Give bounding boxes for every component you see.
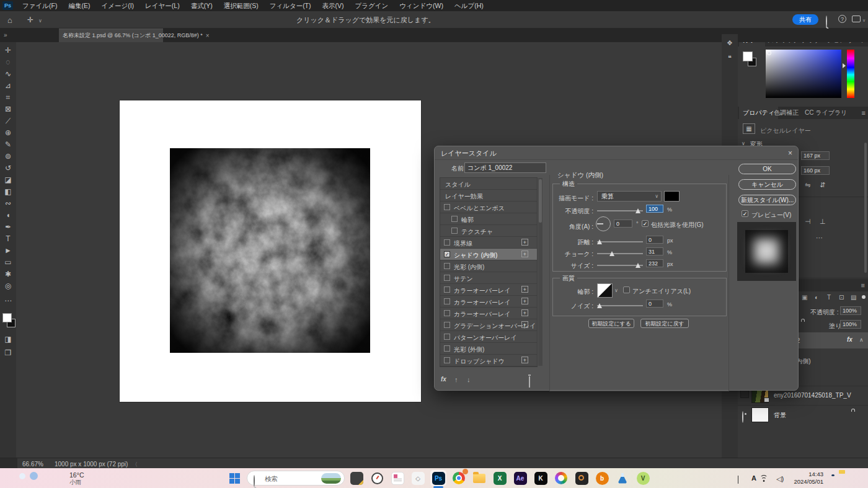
start-button[interactable] (226, 470, 242, 486)
properties-scrollbar[interactable] (864, 143, 867, 273)
history-brush-tool[interactable]: ↺ (0, 162, 16, 174)
quick-mask-icon[interactable]: ◨ (0, 334, 16, 345)
tray-expand-icon[interactable] (738, 476, 738, 484)
style-item-bevel-emboss[interactable]: ベベルとエンボス (440, 202, 537, 213)
layers-panel-menu-icon[interactable]: ≡ (861, 282, 865, 289)
marquee-tool[interactable]: ◌ (0, 56, 16, 68)
tray-time[interactable]: 14:43 (787, 471, 823, 477)
style-item-gradient-overlay[interactable]: グラデーションオーバーレイ+ (440, 319, 537, 331)
adjustment-filter-icon[interactable]: ◐ (815, 294, 818, 301)
menu-filter[interactable]: フィルター(T) (264, 0, 317, 11)
ok-button[interactable]: OK (738, 164, 796, 174)
pen-tool[interactable]: ✒ (0, 221, 16, 233)
taskbar-app-flask[interactable] (614, 470, 631, 486)
taskbar-app-excel[interactable]: X (492, 470, 508, 486)
move-tool[interactable]: ✛ (0, 45, 16, 56)
gradient-tool[interactable]: ◧ (0, 186, 16, 197)
taskbar-app-notes[interactable] (389, 470, 405, 486)
menu-layer[interactable]: レイヤー(L) (140, 0, 185, 11)
edit-toolbar-icon[interactable]: ⋯ (0, 295, 16, 306)
style-item-stroke[interactable]: 境界線+ (440, 237, 537, 249)
tab-close-icon[interactable]: × (206, 32, 210, 39)
zoom-tool[interactable]: ◎ (0, 280, 16, 291)
move-effect-down-icon[interactable]: ↓ (467, 376, 471, 383)
size-slider[interactable] (597, 265, 643, 266)
menu-view[interactable]: 表示(V) (317, 0, 350, 11)
fx-collapse-icon[interactable]: ∧ (859, 337, 864, 343)
styles-list-scrollbar[interactable] (538, 178, 542, 366)
width-field[interactable]: 167 px (801, 151, 830, 160)
smart-object-filter-icon[interactable]: ▤ (851, 294, 856, 301)
layer-comps-icon[interactable]: ❖ (722, 39, 738, 47)
crop-tool[interactable]: ⌗ (0, 92, 16, 103)
global-light-checkbox[interactable] (642, 220, 649, 227)
frame-tool[interactable]: ⊠ (0, 104, 16, 115)
zoom-level[interactable]: 66.67% (22, 461, 43, 468)
tray-date[interactable]: 2024/05/01 (782, 478, 823, 485)
layers-opacity-value[interactable]: 100% (840, 306, 861, 315)
color-field[interactable] (766, 50, 841, 98)
size-value[interactable]: 232 (646, 259, 663, 267)
background-layer-thumbnail[interactable] (751, 407, 769, 422)
taskbar-app-v[interactable]: V (635, 470, 651, 486)
layer-fx-icon[interactable]: fx (847, 336, 852, 343)
flip-vertical-icon[interactable]: ⇵ (820, 181, 825, 189)
preview-checkbox[interactable] (742, 210, 748, 217)
style-item-contour[interactable]: 輪郭 (440, 213, 537, 225)
layers-fill-value[interactable]: 100% (840, 320, 861, 329)
new-style-button[interactable]: 新規スタイル(W)... (738, 195, 796, 205)
opacity-slider[interactable] (597, 210, 643, 211)
visibility-toggle-empty[interactable] (740, 390, 749, 398)
hue-slider-marker[interactable] (843, 63, 846, 68)
taskbar-app-notepad[interactable] (348, 470, 365, 486)
angle-dial[interactable] (596, 216, 611, 231)
background-layer-row[interactable]: 背景 (738, 405, 868, 424)
contour-thumbnail[interactable] (597, 283, 613, 298)
delete-effect-icon[interactable] (529, 376, 530, 388)
type-filter-icon[interactable]: T (827, 294, 831, 301)
canvas-image[interactable] (170, 148, 370, 353)
choke-value[interactable]: 31 (646, 247, 663, 255)
style-item-inner-shadow[interactable]: ✓シャドウ (内側)+ (440, 249, 537, 260)
document-info[interactable]: 1000 px x 1000 px (72 ppi) (55, 461, 128, 468)
style-item-satin[interactable]: サテン (440, 272, 537, 284)
menu-edit[interactable]: 編集(E) (63, 0, 95, 11)
taskbar-app-blender[interactable]: b (594, 470, 610, 486)
menu-plugins[interactable]: プラグイン (350, 0, 394, 11)
visibility-eye-icon[interactable] (742, 412, 743, 423)
tab-adjustments[interactable]: 色調補正 (774, 107, 799, 119)
distance-value[interactable]: 0 (646, 236, 663, 244)
opacity-value[interactable]: 100 (646, 205, 663, 213)
shape-tool[interactable]: ▭ (0, 257, 16, 268)
distribute-icon[interactable]: ⊥ (820, 218, 826, 226)
weather-condition[interactable]: 小雨 (69, 479, 81, 487)
foreground-color-swatch[interactable] (2, 313, 12, 322)
search-box[interactable]: 検索 (247, 471, 345, 486)
menu-window[interactable]: ウィンドウ(W) (394, 0, 449, 11)
tab-cc-libraries[interactable]: CC ライブラリ (805, 107, 847, 119)
search-highlight-image[interactable] (321, 473, 341, 484)
healing-brush-tool[interactable]: ⊕ (0, 127, 16, 138)
height-field[interactable]: 160 px (801, 166, 830, 175)
hand-tool[interactable]: ✱ (0, 268, 16, 280)
taskbar-app-explorer[interactable] (471, 470, 487, 486)
home-icon[interactable]: ⌂ (7, 16, 12, 25)
tab-properties[interactable]: プロパティ (739, 107, 778, 119)
add-effect-icon[interactable]: fx (441, 376, 446, 383)
dodge-tool[interactable]: ◖ (0, 210, 16, 221)
shape-filter-icon[interactable]: ⊡ (839, 294, 844, 301)
style-item-color-overlay-3[interactable]: カラーオーバーレイ+ (440, 308, 537, 319)
type-tool[interactable]: T (0, 233, 16, 244)
menu-type[interactable]: 書式(Y) (185, 0, 218, 11)
taskbar-app-after-effects[interactable]: Ae (512, 470, 528, 486)
taskbar-app-chrome[interactable] (451, 470, 467, 486)
shadow-color-swatch[interactable] (664, 191, 680, 202)
align-icon[interactable]: ⊣ (805, 218, 811, 226)
style-item-drop-shadow[interactable]: ドロップシャドウ+ (440, 355, 537, 366)
style-item-inner-glow[interactable]: 光彩 (内側) (440, 260, 537, 272)
taskbar-app-clock[interactable] (369, 470, 385, 486)
screen-mode-icon[interactable]: ❐ (0, 347, 16, 358)
smudge-tool[interactable]: ∾ (0, 198, 16, 209)
help-icon[interactable]: ? (838, 15, 846, 23)
toolbar-collapse-icon[interactable]: » (4, 32, 7, 38)
